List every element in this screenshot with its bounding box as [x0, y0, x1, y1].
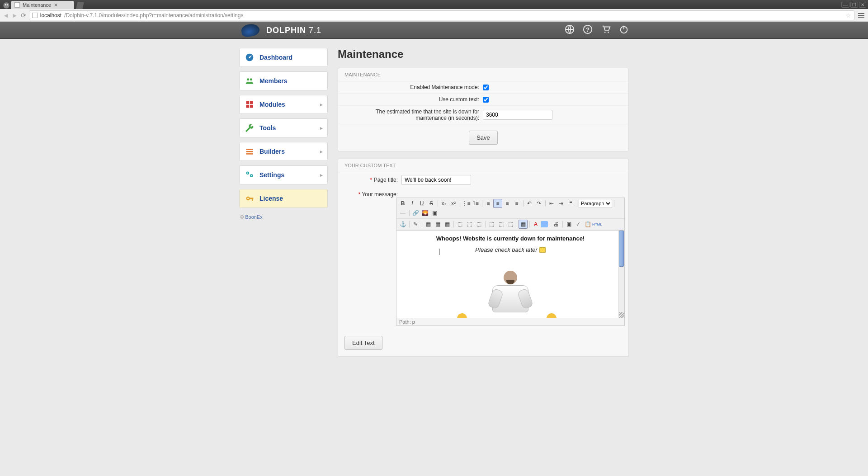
- editor-scrollbar[interactable]: [618, 231, 624, 318]
- image-icon[interactable]: 🌄: [420, 208, 429, 217]
- link-icon[interactable]: 🔗: [411, 208, 420, 217]
- subscript-icon[interactable]: x₂: [439, 199, 448, 208]
- url-bar[interactable]: localhost/Dolphin-v.7.1.0/modules/index.…: [29, 10, 854, 20]
- col-before-icon[interactable]: ⬚: [487, 220, 496, 229]
- undo-icon[interactable]: ↶: [525, 199, 534, 208]
- use-custom-text-label: Use custom text:: [344, 96, 479, 103]
- brand-area[interactable]: DOLPHIN 7.1: [239, 23, 321, 38]
- sidebar-item-modules[interactable]: Modules ▸: [240, 95, 327, 113]
- sidebar-item-tools[interactable]: Tools ▸: [240, 119, 327, 137]
- panel-header: MAINTENANCE: [338, 68, 628, 81]
- reload-button[interactable]: ⟳: [21, 12, 26, 19]
- italic-icon[interactable]: I: [408, 199, 417, 208]
- align-right-icon[interactable]: ≡: [503, 199, 512, 208]
- chevron-right-icon: ▸: [320, 125, 323, 131]
- blockquote-icon[interactable]: ❝: [566, 199, 575, 208]
- align-center-icon[interactable]: ≡: [493, 199, 502, 208]
- settings-icon: [245, 170, 254, 179]
- doc-icon: [32, 13, 38, 18]
- fullscreen-icon[interactable]: ▣: [564, 220, 573, 229]
- col-delete-icon[interactable]: ⬚: [506, 220, 515, 229]
- enabled-checkbox[interactable]: [483, 85, 489, 90]
- underline-icon[interactable]: U: [417, 199, 426, 208]
- editor-body[interactable]: Whoops! Website is currently down for ma…: [396, 230, 624, 318]
- format-select[interactable]: Paragraph: [579, 199, 612, 208]
- sidebar-item-label: Dashboard: [259, 54, 292, 61]
- redo-icon[interactable]: ↷: [534, 199, 543, 208]
- edit-icon[interactable]: ✎: [411, 220, 420, 229]
- browser-tab[interactable]: Maintenance ✕: [11, 1, 74, 9]
- svg-rect-16: [246, 105, 250, 108]
- maintenance-panel: MAINTENANCE Enabled Maintenance mode: Us…: [338, 68, 629, 151]
- browser-menu-button[interactable]: [857, 13, 865, 18]
- bold-icon[interactable]: B: [398, 199, 407, 208]
- strikethrough-icon[interactable]: S: [427, 199, 436, 208]
- row-delete-icon[interactable]: ⬚: [474, 220, 483, 229]
- hr-icon[interactable]: —: [398, 208, 407, 217]
- sidebar-item-builders[interactable]: Builders ▸: [240, 142, 327, 160]
- html-icon[interactable]: HTML: [593, 220, 602, 229]
- separator: [561, 220, 564, 229]
- edit-text-button[interactable]: Edit Text: [344, 336, 382, 350]
- bookmark-icon[interactable]: ☆: [845, 12, 851, 19]
- row-before-icon[interactable]: ⬚: [455, 220, 464, 229]
- sidebar-item-dashboard[interactable]: Dashboard: [240, 48, 327, 66]
- text-color-icon[interactable]: A: [531, 220, 540, 229]
- indent-icon[interactable]: ⇥: [557, 199, 566, 208]
- back-button[interactable]: ◄: [3, 12, 9, 19]
- page-title-input[interactable]: [401, 175, 471, 185]
- message-label: Your message:: [344, 191, 398, 198]
- table-insert-icon[interactable]: ▦: [424, 220, 433, 229]
- time-input[interactable]: [483, 110, 552, 120]
- number-list-icon[interactable]: 1≡: [471, 199, 480, 208]
- globe-icon[interactable]: [565, 24, 575, 37]
- resize-handle[interactable]: [619, 312, 624, 318]
- align-left-icon[interactable]: ≡: [484, 199, 493, 208]
- table-row-icon[interactable]: ▦: [433, 220, 442, 229]
- os-titlebar: Maintenance ✕ — ❐ ✕: [0, 0, 868, 9]
- row-after-icon[interactable]: ⬚: [465, 220, 474, 229]
- svg-point-13: [250, 78, 252, 80]
- print-icon[interactable]: 🖨: [552, 220, 561, 229]
- power-icon[interactable]: [619, 24, 629, 37]
- col-after-icon[interactable]: ⬚: [496, 220, 505, 229]
- use-custom-text-checkbox[interactable]: [483, 97, 489, 103]
- custom-text-panel: YOUR CUSTOM TEXT Page title: Your messag…: [338, 159, 629, 357]
- align-justify-icon[interactable]: ≡: [512, 199, 521, 208]
- table-props-icon[interactable]: ▦: [519, 220, 528, 229]
- forward-button[interactable]: ►: [12, 12, 18, 19]
- bullet-list-icon[interactable]: ⋮≡: [462, 199, 471, 208]
- sidebar-item-settings[interactable]: Settings ▸: [240, 166, 327, 184]
- svg-point-24: [251, 175, 252, 176]
- media-icon[interactable]: ▣: [430, 208, 439, 217]
- close-window-button[interactable]: ✕: [859, 2, 866, 8]
- clean-icon[interactable]: ✓: [574, 220, 583, 229]
- sidebar-item-members[interactable]: Members: [240, 72, 327, 90]
- svg-point-23: [247, 173, 249, 174]
- help-icon[interactable]: ?: [583, 24, 593, 37]
- page-icon: [14, 2, 20, 8]
- sidebar-item-label: Modules: [259, 101, 285, 108]
- tab-close-icon[interactable]: ✕: [54, 2, 58, 8]
- table-col-icon[interactable]: ▦: [443, 220, 452, 229]
- copyright-link[interactable]: BoonEx: [245, 214, 263, 220]
- cart-icon[interactable]: [601, 24, 611, 37]
- sidebar-item-license[interactable]: License: [240, 189, 327, 207]
- page-title: Maintenance: [338, 48, 629, 61]
- members-icon: [245, 76, 254, 85]
- new-tab-button[interactable]: [76, 2, 84, 9]
- separator: [576, 199, 578, 208]
- separator: [544, 199, 547, 208]
- save-button[interactable]: Save: [469, 131, 498, 145]
- bg-color-icon[interactable]: [541, 221, 548, 227]
- minimize-button[interactable]: —: [841, 2, 849, 8]
- separator: [452, 220, 455, 229]
- svg-point-7: [608, 32, 609, 33]
- maximize-button[interactable]: ❐: [850, 2, 858, 8]
- svg-rect-14: [246, 101, 250, 104]
- superscript-icon[interactable]: x²: [449, 199, 458, 208]
- wysiwyg-editor: B I U S x₂ x² ⋮≡ 1≡ ≡ ≡ ≡ ≡ ↶: [396, 198, 625, 326]
- outdent-icon[interactable]: ⇤: [547, 199, 556, 208]
- anchor-icon[interactable]: ⚓: [398, 220, 407, 229]
- paste-icon[interactable]: 📋: [583, 220, 592, 229]
